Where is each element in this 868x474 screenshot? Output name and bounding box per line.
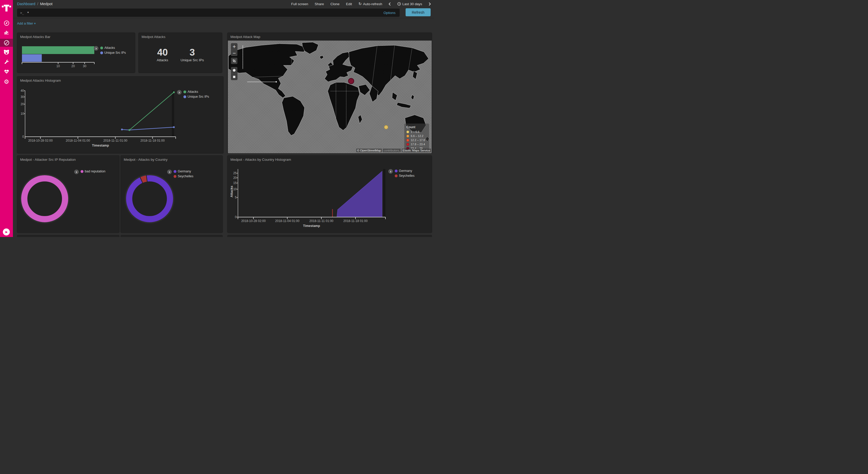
attacks-bar[interactable]: [22, 46, 94, 54]
search-options-link[interactable]: Options: [383, 11, 396, 15]
terminal-prompt-icon: >_: [20, 11, 24, 15]
legend-item-attacks[interactable]: Attacks: [100, 46, 126, 50]
legend-expand-icon[interactable]: ›: [388, 169, 393, 174]
sidebar-item-discover[interactable]: [0, 19, 13, 27]
svg-text:10: 10: [56, 64, 60, 68]
breadcrumb-dashboard-link[interactable]: Dashboard: [17, 2, 35, 6]
horizontal-bar-chart: 10 20 30: [20, 44, 100, 71]
seychelles-color-dot: [395, 174, 398, 177]
bucket-color-dot: [406, 130, 409, 134]
sidebar-item-monitoring[interactable]: [0, 67, 13, 76]
legend-item-seychelles[interactable]: Seychelles: [174, 174, 193, 178]
elastic-maps-link[interactable]: Elastic Maps Service: [402, 149, 431, 152]
panel-attacks-by-country: Medpot - Attacks by Country › Germany: [121, 155, 223, 233]
sidebar-item-devtools[interactable]: [0, 58, 13, 66]
svg-text:0: 0: [235, 215, 237, 219]
wrench-icon: [4, 59, 9, 65]
sidebar: ⚙ ▶: [0, 0, 13, 237]
zoom-in-button[interactable]: +: [231, 43, 238, 50]
legend-expand-icon[interactable]: ›: [74, 170, 79, 174]
svg-text:15: 15: [233, 181, 237, 185]
sidebar-item-dashboard[interactable]: [0, 39, 13, 47]
legend-item-unique-src-ips[interactable]: Unique Src IPs: [100, 51, 126, 55]
sidebar-item-visualize[interactable]: [0, 28, 13, 36]
zoom-out-button[interactable]: −: [231, 50, 238, 56]
metric-value: 40: [157, 47, 168, 58]
osm-link[interactable]: © OpenStreetMap: [356, 149, 382, 152]
top-navigation-bar: Dashboard / Medpot Full screen Share Clo…: [13, 0, 434, 8]
ocean-wave-texture: [228, 40, 432, 153]
telekom-logo[interactable]: [2, 3, 11, 13]
time-range-forward-button[interactable]: [429, 2, 431, 6]
chevron-right-icon: [429, 2, 431, 6]
data-point[interactable]: [173, 126, 175, 128]
line-chart: 40 30 20 10 0 2018-10-28 02:00 2018-11-0…: [17, 77, 223, 153]
svg-text:30: 30: [83, 64, 87, 68]
svg-text:2018-11-11 01:00: 2018-11-11 01:00: [103, 139, 127, 142]
refresh-button[interactable]: Refresh: [406, 8, 431, 16]
data-point[interactable]: [121, 129, 123, 130]
data-point[interactable]: [129, 129, 130, 131]
legend-expand-icon[interactable]: ›: [177, 90, 182, 95]
time-range-picker[interactable]: Last 30 days: [397, 2, 422, 6]
crop-icon[interactable]: [231, 58, 238, 64]
bucket-color-dot: [406, 139, 409, 142]
kibana-dashboard-app: ⚙ ▶ Dashboard / Medpot Full screen Share…: [0, 0, 434, 237]
unique-src-ips-bar[interactable]: [22, 54, 42, 62]
x-axis-label: Timestamp: [303, 224, 320, 228]
refresh-cycle-icon: ↻: [359, 2, 362, 6]
legend-expand-icon[interactable]: ›: [94, 46, 98, 51]
germany-area[interactable]: [337, 171, 382, 217]
filter-bar: Add a filter+: [13, 18, 434, 28]
panel-medpot-attacks-bar: Medpot Attacks Bar 10 20 30 › Attacks: [17, 33, 135, 72]
time-range-back-button[interactable]: [389, 2, 391, 6]
metric-value: 3: [181, 47, 204, 58]
attacks-color-dot: [183, 90, 186, 93]
sidebar-collapse-button[interactable]: ▶: [3, 229, 10, 235]
legend-item-seychelles[interactable]: Seychelles: [395, 174, 414, 178]
sidebar-item-tpot[interactable]: [0, 48, 13, 57]
next-row-panel-stub: [227, 235, 432, 237]
search-row: >_ * Options Refresh: [13, 8, 434, 18]
panel-title: Medpot Attacks: [142, 35, 165, 39]
svg-text:2018-11-04 01:00: 2018-11-04 01:00: [275, 219, 300, 223]
attacks-line[interactable]: [129, 92, 174, 130]
svg-text:25: 25: [233, 171, 237, 175]
legend-item-attacks[interactable]: Attacks: [183, 90, 209, 94]
map-attribution: © OpenStreetMap contributors, Elastic Ma…: [356, 149, 431, 152]
svg-text:2018-10-28 02:00: 2018-10-28 02:00: [28, 139, 53, 142]
draw-polygon-icon[interactable]: [231, 67, 238, 73]
topbar-actions: Full screen Share Clone Edit ↻ Auto-refr…: [291, 2, 431, 6]
data-point[interactable]: [173, 91, 175, 93]
clone-button[interactable]: Clone: [331, 2, 339, 6]
share-button[interactable]: Share: [315, 2, 324, 6]
legend-item-bad-reputation[interactable]: bad reputation: [81, 170, 105, 173]
legend-expand-icon[interactable]: ›: [167, 170, 172, 174]
donut-halo: [126, 175, 174, 223]
plus-icon: +: [34, 22, 36, 25]
auto-refresh-button[interactable]: ↻ Auto-refresh: [359, 2, 382, 6]
full-screen-button[interactable]: Full screen: [291, 2, 308, 6]
map-draw-controls: [231, 67, 238, 80]
svg-text:2018-11-18 01:00: 2018-11-18 01:00: [141, 139, 165, 142]
panel-title: Medpot Attacks Bar: [20, 35, 51, 39]
world-map[interactable]: + − Count: [228, 40, 432, 153]
legend-item-germany[interactable]: Germany: [174, 170, 193, 173]
svg-text:40: 40: [21, 89, 24, 92]
legend-item-germany[interactable]: Germany: [395, 169, 414, 173]
add-filter-link[interactable]: Add a filter+: [17, 22, 36, 25]
edit-button[interactable]: Edit: [346, 2, 352, 6]
seychelles-slice[interactable]: [142, 179, 147, 180]
svg-text:30: 30: [21, 95, 24, 99]
bar-chart-icon: [4, 29, 9, 35]
germany-slice[interactable]: [129, 178, 170, 219]
clock-icon: [397, 2, 401, 6]
search-input[interactable]: >_ * Options: [17, 8, 400, 17]
attacks-color-dot: [100, 47, 103, 49]
search-query-value[interactable]: *: [27, 10, 383, 15]
legend-item-unique-src-ips[interactable]: Unique Src IPs: [183, 95, 209, 98]
sidebar-item-management[interactable]: ⚙: [0, 77, 13, 86]
svg-text:0: 0: [22, 135, 24, 139]
draw-rectangle-icon[interactable]: [231, 73, 238, 80]
bad-reputation-slice[interactable]: [24, 178, 65, 219]
